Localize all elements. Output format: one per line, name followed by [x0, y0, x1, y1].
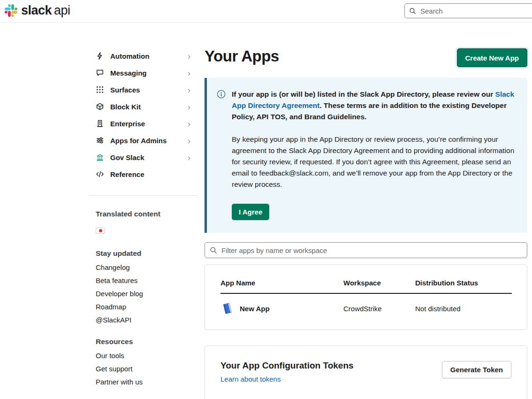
table-row: New App CrowdStrike Not distributed	[220, 294, 512, 315]
sidebar-item-label: Automation	[110, 52, 149, 60]
resources-links: Our tools Get support Partner with us	[89, 353, 198, 385]
japan-flag-icon[interactable]	[96, 228, 105, 234]
sidebar-nav: Automation › Messaging › Surfaces ›	[89, 47, 198, 385]
apps-table-header: App Name Workspace Distribution Status	[220, 279, 512, 294]
column-distribution-status: Distribution Status	[415, 279, 512, 287]
filter-apps-input[interactable]	[220, 246, 522, 255]
app-name: New App	[240, 305, 270, 313]
sidebar-item-label: Reference	[110, 170, 144, 178]
sidebar-item-automation[interactable]: Automation ›	[89, 47, 198, 64]
chevron-right-icon: ›	[188, 119, 190, 128]
sidebar-link-partner-with-us[interactable]: Partner with us	[89, 379, 198, 385]
grid-dots-icon	[96, 85, 104, 94]
sidebar-item-block-kit[interactable]: Block Kit ›	[89, 98, 198, 115]
chevron-right-icon: ›	[188, 52, 190, 61]
sidebar-link-developer-blog[interactable]: Developer blog	[89, 291, 198, 297]
column-app-name: App Name	[220, 279, 343, 287]
banner-paragraph-1: If your app is (or will be) listed in th…	[232, 89, 515, 123]
slack-logo-icon	[5, 4, 17, 17]
app-directory-banner: If your app is (or will be) listed in th…	[205, 78, 527, 233]
sliders-icon	[96, 136, 104, 145]
sidebar-link-beta-features[interactable]: Beta features	[89, 277, 198, 284]
sidebar-item-gov-slack[interactable]: Gov Slack ›	[89, 149, 198, 166]
bank-icon	[96, 153, 104, 161]
config-tokens-card: Your App Configuration Tokens Learn abou…	[205, 345, 527, 399]
filter-search-icon	[210, 246, 217, 254]
sidebar-link-our-tools[interactable]: Our tools	[89, 353, 198, 359]
workspace-cell: CrowdStrike	[343, 305, 415, 313]
translated-content-heading: Translated content	[89, 210, 198, 218]
apps-table-card: App Name Workspace Distribution Status	[205, 264, 527, 330]
sidebar-link-get-support[interactable]: Get support	[89, 366, 198, 372]
i-agree-button[interactable]: I Agree	[232, 204, 269, 220]
learn-about-tokens-link[interactable]: Learn about tokens	[220, 375, 281, 383]
create-new-app-button[interactable]: Create New App	[457, 48, 527, 67]
lightning-icon	[96, 52, 104, 60]
sidebar-item-label: Enterprise	[110, 120, 145, 128]
sidebar-item-reference[interactable]: Reference	[89, 166, 198, 183]
resources-heading: Resources	[89, 338, 198, 346]
search-icon	[409, 8, 416, 15]
chevron-right-icon: ›	[188, 153, 190, 162]
slack-api-logo[interactable]: slackapi	[5, 3, 70, 18]
app-link[interactable]: New App	[220, 301, 343, 315]
sidebar-item-label: Surfaces	[110, 86, 140, 94]
sidebar-item-messaging[interactable]: Messaging ›	[89, 64, 198, 81]
chevron-right-icon: ›	[188, 69, 190, 77]
generate-token-button[interactable]: Generate Token	[442, 361, 511, 378]
sidebar-item-surfaces[interactable]: Surfaces ›	[89, 81, 198, 98]
speech-bubble-icon	[96, 69, 104, 77]
logo-wordmark: slackapi	[21, 3, 70, 18]
global-search-box[interactable]	[404, 3, 532, 18]
sidebar-item-label: Apps for Admins	[110, 137, 167, 145]
chevron-right-icon: ›	[188, 136, 190, 145]
slack-api-your-apps-page: slackapi Automation › Messaging ›	[0, 0, 532, 399]
sidebar-item-label: Gov Slack	[110, 153, 144, 161]
title-row: Your Apps Create New App	[205, 47, 527, 69]
banner-p1-text: If your app is (or will be) listed in th…	[232, 90, 495, 98]
stay-updated-links: Changelog Beta features Developer blog R…	[89, 264, 198, 323]
sidebar-link-changelog[interactable]: Changelog	[89, 264, 198, 271]
sidebar-item-label: Messaging	[110, 69, 147, 77]
column-workspace: Workspace	[343, 279, 415, 287]
stay-updated-heading: Stay updated	[89, 249, 198, 258]
sidebar-item-label: Block Kit	[110, 103, 141, 111]
search-input[interactable]	[419, 7, 532, 15]
main-content: Your Apps Create New App If your app is …	[205, 47, 527, 399]
chevron-right-icon: ›	[188, 102, 190, 111]
chevron-right-icon: ›	[188, 85, 190, 94]
sidebar-item-apps-for-admins[interactable]: Apps for Admins ›	[89, 132, 198, 149]
info-icon	[217, 90, 226, 99]
sidebar-link-slackapi[interactable]: @SlackAPI	[89, 317, 198, 323]
banner-paragraph-2: By keeping your app in the App Directory…	[232, 134, 515, 190]
distribution-status-cell: Not distributed	[415, 305, 512, 313]
sidebar-link-roadmap[interactable]: Roadmap	[89, 304, 198, 310]
filter-apps-box[interactable]	[205, 242, 527, 258]
top-bar: slackapi	[0, 0, 532, 23]
sidebar-divider	[89, 195, 198, 196]
building-icon	[96, 119, 104, 128]
code-icon	[96, 170, 104, 178]
cube-icon	[96, 102, 104, 111]
sidebar-item-enterprise[interactable]: Enterprise ›	[89, 115, 198, 132]
app-icon	[220, 301, 235, 315]
